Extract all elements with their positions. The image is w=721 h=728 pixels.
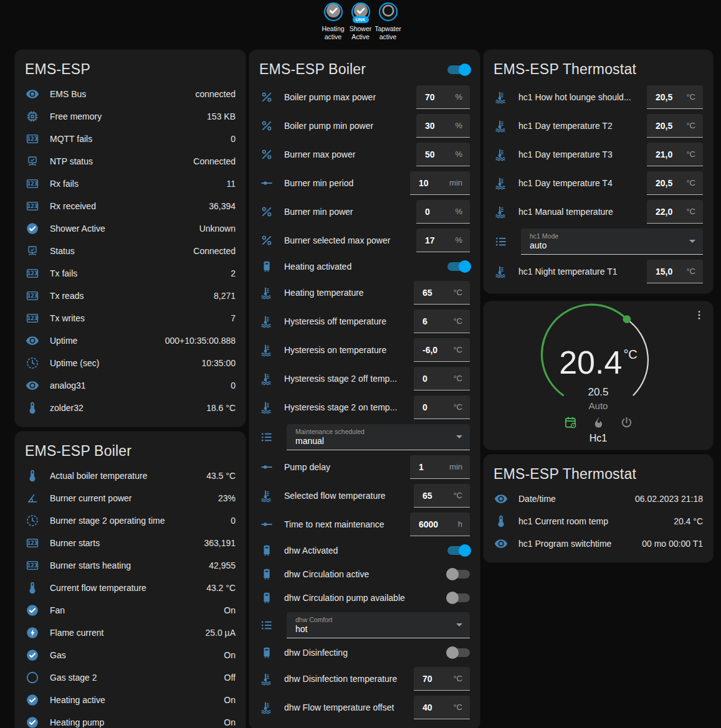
- number-unit: °C: [686, 121, 695, 130]
- entity-row-hc1-current-room-temp[interactable]: hc1 Current room temp20.4 °C: [494, 510, 703, 532]
- number-input-hc1-night-temperature-t1[interactable]: 15,0°C: [647, 260, 703, 283]
- list-icon: [259, 430, 274, 445]
- entity-row-tx-writes[interactable]: 123Tx writes7: [25, 307, 236, 329]
- entity-row-zolder32[interactable]: zolder3218.6 °C: [25, 397, 236, 419]
- select-value: manual: [295, 436, 456, 446]
- number-input-time-to-next-maintenance[interactable]: 6000h: [410, 513, 470, 536]
- entity-row-status[interactable]: StatusConnected: [25, 240, 236, 262]
- entity-row-mqtt-fails[interactable]: 123MQTT fails0: [25, 128, 236, 150]
- entity-row-burner-stage-2-operating-time[interactable]: Burner stage 2 operating time0: [25, 509, 236, 532]
- number-input-hc1-day-temperature-t2[interactable]: 20,5°C: [647, 114, 703, 138]
- counter-icon: 123: [25, 199, 40, 214]
- select-dhw-comfort[interactable]: dhw Comforthot: [287, 612, 470, 638]
- entity-value: 43.5 °C: [206, 471, 236, 481]
- number-input-heating-temperature[interactable]: 65°C: [414, 281, 470, 305]
- hvac-mode-label: Auto: [484, 400, 713, 411]
- entity-value: On: [224, 717, 236, 727]
- badge-shower-active[interactable]: UNKShowerActive: [347, 2, 375, 41]
- entity-row-gas[interactable]: GasOn: [25, 644, 236, 666]
- boiler-icon: [259, 567, 274, 582]
- entity-row-flame-current[interactable]: Flame current25.0 µA: [25, 622, 236, 644]
- entity-row-shower-active[interactable]: Shower ActiveUnknown: [25, 217, 236, 240]
- entity-row-heating-active[interactable]: Heating activeOn: [25, 689, 236, 711]
- entity-row-ntp-status[interactable]: NTP statusConnected: [25, 150, 236, 173]
- entity-row-date-time[interactable]: Date/time06.02.2023 21:18: [494, 488, 703, 510]
- toggle-switch[interactable]: [447, 570, 470, 579]
- number-input-hc1-how-hot-lounge-should[interactable]: 20,5°C: [647, 85, 703, 109]
- number-input-pump-delay[interactable]: 1min: [410, 455, 470, 479]
- number-input-dhw-flow-temperature-offset[interactable]: 40°C: [414, 696, 470, 719]
- entity-row-tx-fails[interactable]: 123Tx fails2: [25, 262, 236, 285]
- number-input-hysteresis-stage-2-on-temp[interactable]: 0°C: [414, 395, 470, 419]
- number-unit: °C: [453, 288, 462, 297]
- menu-button[interactable]: [690, 306, 708, 326]
- select-hc1-mode[interactable]: hc1 Modeauto: [521, 229, 703, 255]
- mode-auto-button[interactable]: [562, 414, 579, 433]
- card-title: EMS-ESP Boiler: [25, 443, 236, 460]
- entity-row-actual-boiler-temperature[interactable]: Actual boiler temperature43.5 °C: [25, 465, 236, 487]
- number-value: 20,5: [656, 178, 682, 188]
- toggle-switch[interactable]: [447, 262, 470, 271]
- number-input-burner-min-power[interactable]: 0%: [416, 200, 470, 224]
- percent-icon: [259, 204, 274, 219]
- number-input-hc1-manual-temperature[interactable]: 22,0°C: [647, 200, 703, 224]
- number-input-boiler-pump-min-power[interactable]: 30%: [416, 114, 470, 138]
- entity-name: hc1 Current room temp: [518, 516, 669, 526]
- number-input-selected-flow-temperature[interactable]: 65°C: [414, 484, 470, 508]
- chevron-down-icon: [689, 240, 695, 243]
- entity-row-heating-pump[interactable]: Heating pumpOn: [25, 711, 236, 728]
- entity-row-hc1-program-switchtime[interactable]: hc1 Program switchtime00 mo 00:00 T1: [494, 532, 703, 555]
- entity-name: hc1 Program switchtime: [518, 539, 637, 549]
- entity-row-burner-starts-heating[interactable]: 123Burner starts heating42,955: [25, 554, 236, 577]
- number-input-burner-selected-max-power[interactable]: 17%: [416, 229, 470, 252]
- number-input-hysteresis-off-temperature[interactable]: 6°C: [414, 310, 470, 333]
- number-input-boiler-pump-max-power[interactable]: 70%: [416, 85, 470, 109]
- number-input-hysteresis-on-temperature[interactable]: -6,0°C: [414, 338, 470, 362]
- entity-row-burner-starts[interactable]: 123Burner starts363,191: [25, 532, 236, 554]
- number-input-hc1-day-temperature-t4[interactable]: 20,5°C: [647, 171, 703, 195]
- check-circle-icon: [25, 715, 40, 728]
- entity-row-burner-current-power[interactable]: Burner current power23%: [25, 487, 236, 509]
- badge-tapwater-active[interactable]: Tapwateractive: [375, 2, 402, 41]
- toggle-switch[interactable]: [447, 648, 470, 657]
- entity-row-hysteresis-off-temperature: Hysteresis off temperature6°C: [259, 307, 470, 336]
- toggle-switch[interactable]: [447, 65, 470, 74]
- number-input-hysteresis-stage-2-off-temp[interactable]: 0°C: [414, 367, 470, 390]
- entity-value: 20.4 °C: [674, 516, 703, 526]
- card-title: EMS-ESP: [25, 61, 236, 78]
- entity-row-rx-received[interactable]: 123Rx received36,394: [25, 195, 236, 217]
- number-unit: °C: [453, 702, 462, 712]
- entity-row-uptime[interactable]: Uptime000+10:35:00.888: [25, 329, 236, 352]
- toggle-switch[interactable]: [447, 546, 470, 555]
- number-unit: °C: [453, 491, 462, 500]
- entity-row-free-memory[interactable]: Free memory153 KB: [25, 105, 236, 128]
- entity-row-rx-fails[interactable]: 123Rx fails11: [25, 173, 236, 195]
- select-maintenance-scheduled[interactable]: Maintenance scheduledmanual: [287, 424, 470, 450]
- entity-name: Rx received: [50, 201, 204, 211]
- entity-row-tx-reads[interactable]: 123Tx reads8,271: [25, 285, 236, 307]
- entity-name: Actual boiler temperature: [50, 471, 201, 481]
- toggle-switch[interactable]: [447, 593, 470, 602]
- entity-name: Status: [50, 246, 188, 256]
- entity-row-gas-stage-2[interactable]: Gas stage 2Off: [25, 666, 236, 689]
- counter-icon: 123: [25, 558, 40, 573]
- mode-heat-button[interactable]: [590, 414, 607, 433]
- number-input-burner-max-power[interactable]: 50%: [416, 143, 470, 166]
- setpoint-handle[interactable]: [623, 315, 631, 323]
- entity-value: 00 mo 00:00 T1: [642, 539, 703, 549]
- number-input-hc1-day-temperature-t3[interactable]: 21,0°C: [647, 143, 703, 166]
- entity-row-hc1-mode: hc1 Modeauto: [494, 226, 703, 257]
- entity-row-fan[interactable]: FanOn: [25, 599, 236, 622]
- entity-row-analog31[interactable]: analog310: [25, 374, 236, 397]
- entity-row-current-flow-temperature[interactable]: Current flow temperature43.2 °C: [25, 577, 236, 599]
- entity-row-dhw-circulation-pump-available: dhw Circulation pump available: [259, 586, 470, 610]
- entity-row-burner-min-power: Burner min power0%: [259, 197, 470, 226]
- mode-off-button[interactable]: [618, 414, 635, 433]
- entity-row-heating-temperature: Heating temperature65°C: [259, 278, 470, 307]
- entity-row-ems-bus[interactable]: EMS Busconnected: [25, 83, 236, 105]
- entity-row-uptime-sec[interactable]: Uptime (sec)10:35:00: [25, 352, 236, 374]
- number-input-dhw-disinfection-temperature[interactable]: 70°C: [414, 667, 470, 691]
- entity-row-hc1-manual-temperature: hc1 Manual temperature22,0°C: [494, 197, 703, 226]
- number-input-burner-min-period[interactable]: 10min: [410, 171, 470, 195]
- badge-heating-active[interactable]: Heatingactive: [320, 2, 347, 41]
